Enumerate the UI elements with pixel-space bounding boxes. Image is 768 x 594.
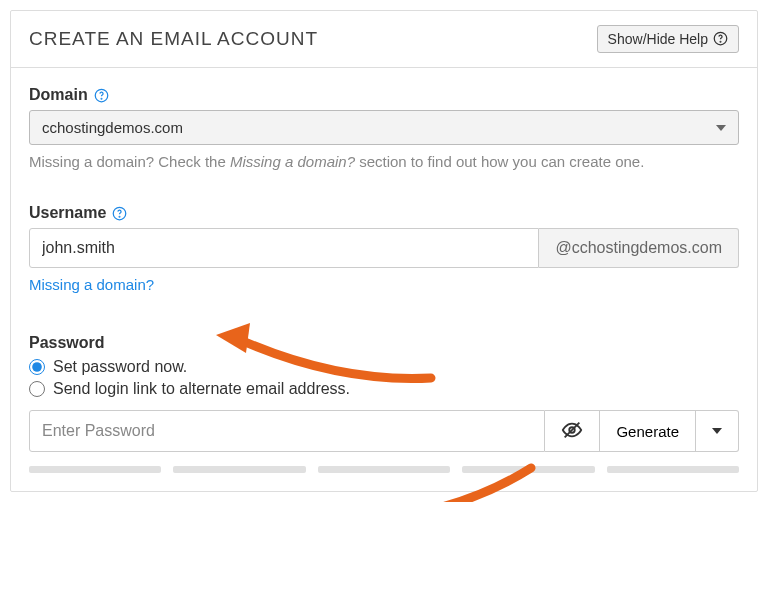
domain-hint: Missing a domain? Check the Missing a do… (29, 151, 739, 172)
help-button-label: Show/Hide Help (608, 31, 708, 47)
panel-body: Domain cchostingdemos.com Missing a doma… (11, 68, 757, 473)
svg-point-3 (101, 98, 102, 99)
help-icon[interactable] (112, 206, 127, 221)
radio-send-login-link[interactable]: Send login link to alternate email addre… (29, 380, 739, 398)
panel-title: CREATE AN EMAIL ACCOUNT (29, 28, 318, 50)
strength-segment (173, 466, 305, 473)
create-email-panel: CREATE AN EMAIL ACCOUNT Show/Hide Help D… (10, 10, 758, 492)
missing-domain-link[interactable]: Missing a domain? (29, 276, 154, 293)
radio-set-password-now[interactable]: Set password now. (29, 358, 739, 376)
generate-password-dropdown-button[interactable] (696, 410, 739, 452)
strength-segment (29, 466, 161, 473)
username-domain-suffix: @cchostingdemos.com (539, 228, 739, 268)
svg-point-5 (120, 216, 121, 217)
username-label: Username (29, 204, 127, 222)
chevron-down-icon (716, 125, 726, 131)
question-circle-icon (712, 31, 728, 47)
password-input-row: Generate (29, 410, 739, 452)
radio-set-password-now-input[interactable] (29, 359, 45, 375)
svg-point-1 (720, 41, 721, 42)
strength-segment (318, 466, 450, 473)
generate-password-button[interactable]: Generate (600, 410, 696, 452)
domain-label-text: Domain (29, 86, 88, 104)
domain-selected-value: cchostingdemos.com (42, 119, 183, 136)
strength-segment (607, 466, 739, 473)
password-field: Password Set password now. Send login li… (29, 334, 739, 473)
hint-suffix: section to find out how you can create o… (355, 153, 644, 170)
password-label-text: Password (29, 334, 105, 352)
radio-set-password-now-label: Set password now. (53, 358, 187, 376)
strength-segment (462, 466, 594, 473)
radio-send-login-link-input[interactable] (29, 381, 45, 397)
radio-send-login-link-label: Send login link to alternate email addre… (53, 380, 350, 398)
eye-slash-icon (561, 419, 583, 444)
username-input[interactable] (29, 228, 539, 268)
username-label-text: Username (29, 204, 106, 222)
hint-prefix: Missing a domain? Check the (29, 153, 230, 170)
domain-select[interactable]: cchostingdemos.com (29, 110, 739, 145)
password-input[interactable] (29, 410, 545, 452)
domain-label: Domain (29, 86, 109, 104)
username-field: Username @cchostingdemos.com Missing a d… (29, 204, 739, 294)
hint-em: Missing a domain? (230, 153, 355, 170)
help-icon[interactable] (94, 88, 109, 103)
password-strength-meter (29, 466, 739, 473)
domain-field: Domain cchostingdemos.com Missing a doma… (29, 86, 739, 172)
panel-header: CREATE AN EMAIL ACCOUNT Show/Hide Help (11, 11, 757, 68)
chevron-down-icon (712, 428, 722, 434)
show-hide-help-button[interactable]: Show/Hide Help (597, 25, 739, 53)
password-label: Password (29, 334, 105, 352)
username-input-group: @cchostingdemos.com (29, 228, 739, 268)
generate-label: Generate (616, 423, 679, 440)
toggle-password-visibility-button[interactable] (545, 410, 600, 452)
